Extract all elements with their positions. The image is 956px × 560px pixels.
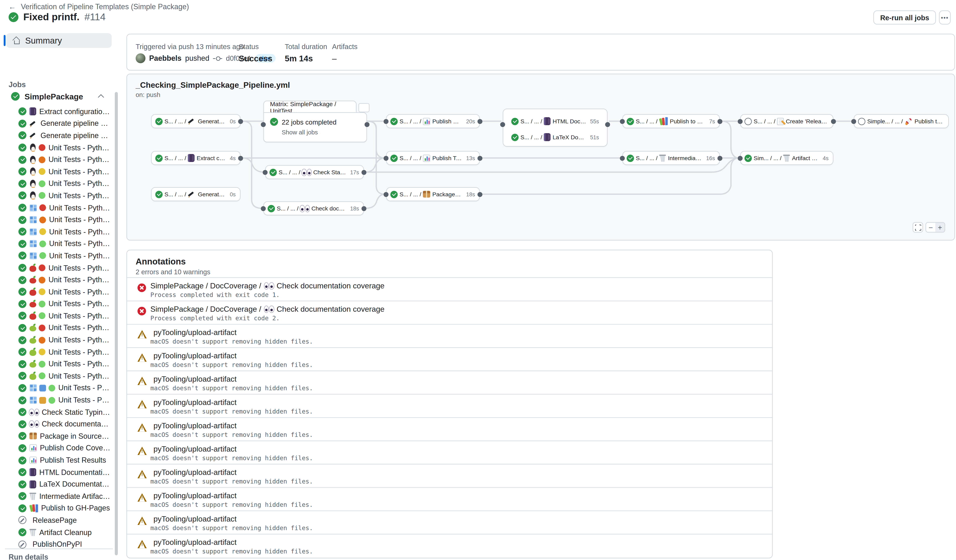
sidebar-job-item[interactable]: Unit Tests - Python 3.12 bbox=[0, 394, 114, 406]
annotation-title[interactable]: SimplePackage / DocCoverage / Check docu… bbox=[150, 305, 772, 314]
sidebar-job-item[interactable]: ReleasePage bbox=[0, 515, 114, 527]
breadcrumb[interactable]: ← Verification of Pipeline Templates (Si… bbox=[9, 2, 189, 11]
node-label: Create 'Release Pa... bbox=[786, 118, 829, 125]
job-status-icon bbox=[19, 264, 27, 272]
pipeline-node[interactable]: S... / ... / Extract configur... 4s bbox=[151, 151, 241, 165]
sidebar-job-item[interactable]: LaTeX Documentation using ... bbox=[0, 478, 114, 490]
sidebar-job-item[interactable]: Unit Tests - Python 3.12 bbox=[0, 238, 114, 250]
pipeline-node[interactable]: S... / ... / Generate pipelin... 0s bbox=[151, 187, 241, 201]
annotation-row: pyTooling/upload-artifact macOS doesn't … bbox=[127, 370, 772, 394]
node-prefix: S... / ... / bbox=[520, 134, 542, 141]
sidebar-job-item[interactable]: Check documentation covera... bbox=[0, 418, 114, 430]
pipeline-node[interactable]: S... / ... / Package in Sou... 18s bbox=[386, 187, 480, 201]
sidebar-job-item[interactable]: Unit Tests - Python 3.11 bbox=[0, 286, 114, 298]
sidebar-job-item[interactable]: Unit Tests - Python 3.13 bbox=[0, 370, 114, 382]
sidebar-job-item[interactable]: Generate pipeline parameters bbox=[0, 118, 114, 130]
pipeline-node[interactable]: S... / ... / Generate pipelin... 0s bbox=[151, 114, 241, 128]
chevron-up-icon[interactable] bbox=[98, 94, 104, 100]
pipeline-node[interactable]: Sim... / ... / Artifact Cleanup 4s bbox=[740, 151, 833, 165]
pipeline-node[interactable]: S... / ... / Check docume... 18s bbox=[263, 201, 364, 215]
pipeline-node[interactable]: S... / ... / HTML Docume... 55s bbox=[508, 115, 603, 128]
annotation-message: macOS doesn't support removing hidden fi… bbox=[150, 455, 772, 461]
job-icons bbox=[30, 156, 46, 164]
annotation-row: pyTooling/upload-artifact macOS doesn't … bbox=[127, 510, 772, 534]
pipeline-node[interactable]: S... / ... / LaTeX Docume... 51s bbox=[508, 131, 603, 144]
annotation-title[interactable]: pyTooling/upload-artifact bbox=[150, 491, 772, 500]
sidebar-job-item[interactable]: Unit Tests - Python 3.12 bbox=[0, 178, 114, 190]
package-icon bbox=[30, 433, 37, 439]
sidebar-job-item[interactable]: Unit Tests - Python 3.10 bbox=[0, 214, 114, 226]
annotation-title[interactable]: SimplePackage / DocCoverage / Check docu… bbox=[150, 282, 772, 290]
sidebar-job-item[interactable]: Unit Tests - Python 3.13 bbox=[0, 190, 114, 202]
pipeline-node[interactable]: Simple... / ... / Publish to PyPI bbox=[854, 114, 949, 128]
matrix-group-node[interactable]: 22 jobs completed Show all jobs bbox=[263, 112, 367, 142]
pipeline-node[interactable]: S... / ... / Publish Code C... 20s bbox=[386, 114, 480, 128]
pipeline-node[interactable]: S... / ... / Check Static Ty... 17s bbox=[265, 165, 364, 179]
annotation-title[interactable]: pyTooling/upload-artifact bbox=[150, 515, 772, 523]
sidebar-job-group[interactable]: SimplePackage bbox=[6, 89, 112, 103]
sidebar-job-item[interactable]: Unit Tests - Python 3.12 bbox=[0, 358, 114, 370]
dot-orange-icon bbox=[39, 156, 46, 163]
sidebar-job-item[interactable]: Unit Tests - Python 3.11 bbox=[0, 226, 114, 238]
node-icon-slot bbox=[302, 169, 311, 175]
annotation-message: macOS doesn't support removing hidden fi… bbox=[150, 478, 772, 485]
annotation-title[interactable]: pyTooling/upload-artifact bbox=[150, 422, 772, 430]
node-prefix: S... / ... / bbox=[165, 118, 186, 125]
sidebar-job-item[interactable]: Publish to GH-Pages bbox=[0, 502, 114, 515]
linux-icon bbox=[30, 144, 36, 152]
sidebar-job-item[interactable]: Artifact Cleanup bbox=[0, 526, 114, 538]
pipeline-node[interactable]: S... / ... / Publish Test Re... 13s bbox=[386, 151, 480, 165]
pipeline-node[interactable]: S... / ... / Create 'Release Pa... bbox=[740, 114, 833, 128]
annotation-title[interactable]: pyTooling/upload-artifact bbox=[150, 328, 772, 337]
annotation-title[interactable]: pyTooling/upload-artifact bbox=[150, 351, 772, 360]
sidebar-job-item[interactable]: Unit Tests - Python 3.12 bbox=[0, 298, 114, 310]
avatar[interactable] bbox=[136, 53, 145, 63]
annotation-title[interactable]: pyTooling/upload-artifact bbox=[150, 375, 772, 383]
sidebar-job-item[interactable]: Unit Tests - Python 3.12 bbox=[0, 382, 114, 394]
sidebar-job-item[interactable]: Check Static Typing using Pyt... bbox=[0, 406, 114, 418]
pipeline-node[interactable]: S... / ... / Intermediate A... 16s bbox=[622, 151, 720, 165]
zoom-out-button[interactable]: − bbox=[926, 222, 936, 232]
pencil-icon bbox=[188, 190, 196, 198]
sidebar-scrollbar[interactable] bbox=[115, 92, 118, 555]
sidebar-job-item[interactable]: Unit Tests - Python 3.13 bbox=[0, 310, 114, 322]
annotation-title[interactable]: pyTooling/upload-artifact bbox=[150, 445, 772, 453]
run-success-icon bbox=[9, 12, 19, 22]
sidebar-job-item[interactable]: Publish Code Coverage Results bbox=[0, 442, 114, 454]
annotation-job-name: pyTooling/upload-artifact bbox=[153, 491, 237, 500]
sidebar-job-item[interactable]: Extract configurations from p... bbox=[0, 105, 114, 118]
sidebar-job-item[interactable]: Intermediate Artifact Cleanup bbox=[0, 490, 114, 502]
sidebar-job-item[interactable]: Unit Tests - Python 3.9 bbox=[0, 141, 114, 154]
actor-link[interactable]: Paebbels bbox=[149, 54, 181, 63]
sidebar-job-item[interactable]: Unit Tests - Python 3.11 bbox=[0, 166, 114, 178]
job-label: Unit Tests - Python 3.10 bbox=[49, 215, 110, 224]
fullscreen-button[interactable] bbox=[913, 222, 923, 232]
sidebar-job-item[interactable]: Unit Tests - Python 3.11 bbox=[0, 346, 114, 358]
annotation-job-name: pyTooling/upload-artifact bbox=[153, 422, 237, 430]
matrix-group-tab[interactable]: Matrix: SimplePackage / UnitTest... bbox=[263, 100, 357, 113]
sidebar-job-item[interactable]: Generate pipeline parameters bbox=[0, 130, 114, 142]
matrix-tab-label: Matrix: SimplePackage / UnitTest... bbox=[270, 100, 356, 114]
sidebar-job-item[interactable]: Unit Tests - Python 3.10 bbox=[0, 274, 114, 286]
sidebar-job-item[interactable]: Package in Source and Wheel... bbox=[0, 430, 114, 442]
sidebar-job-item[interactable]: Unit Tests - Python 3.9 bbox=[0, 322, 114, 334]
annotation-title[interactable]: pyTooling/upload-artifact bbox=[150, 538, 772, 547]
more-options-button[interactable]: ••• bbox=[939, 11, 951, 25]
node-icon-slot bbox=[905, 117, 913, 125]
annotation-title[interactable]: pyTooling/upload-artifact bbox=[150, 398, 772, 407]
job-status-icon bbox=[19, 324, 27, 332]
sidebar-job-item[interactable]: Unit Tests - Python 3.10 bbox=[0, 154, 114, 166]
fullscreen-icon bbox=[915, 224, 921, 231]
rerun-all-jobs-button[interactable]: Re-run all jobs bbox=[873, 11, 936, 25]
zoom-in-button[interactable]: + bbox=[936, 222, 945, 232]
sidebar-job-item[interactable]: Publish Test Results bbox=[0, 454, 114, 466]
sidebar-job-item[interactable]: Unit Tests - Python 3.9 bbox=[0, 202, 114, 214]
sidebar-job-item[interactable]: Unit Tests - Python 3.10 bbox=[0, 334, 114, 346]
sidebar-job-item[interactable]: Unit Tests - Python 3.9 bbox=[0, 262, 114, 274]
sidebar-job-item[interactable]: HTML Documentation using ... bbox=[0, 466, 114, 478]
show-all-jobs-link[interactable]: Show all jobs bbox=[264, 126, 366, 136]
sidebar-job-item[interactable]: Unit Tests - Python 3.13 bbox=[0, 250, 114, 262]
annotation-title[interactable]: pyTooling/upload-artifact bbox=[150, 468, 772, 477]
pipeline-node[interactable]: S... / ... / Publish to GH-P... 7s bbox=[622, 114, 720, 128]
sidebar-item-summary[interactable]: Summary bbox=[6, 33, 112, 48]
